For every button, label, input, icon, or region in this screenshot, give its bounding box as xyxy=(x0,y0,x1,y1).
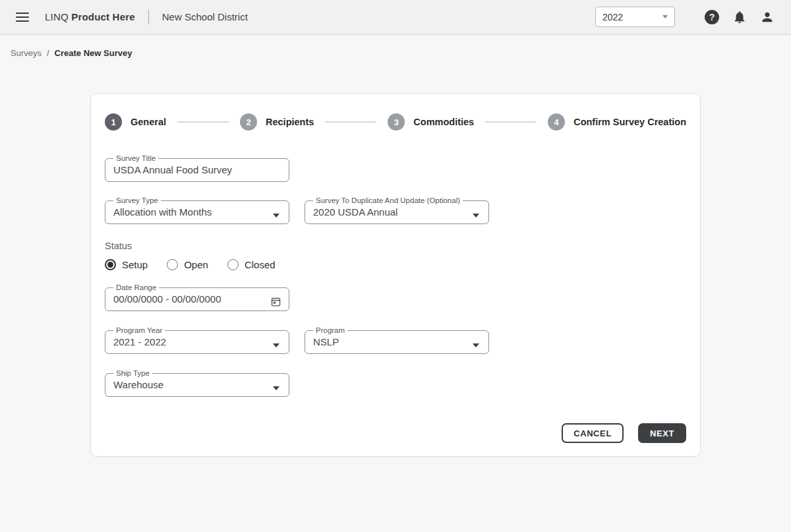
year-select[interactable]: 2022 xyxy=(595,7,675,27)
district-name: New School District xyxy=(162,11,248,22)
status-group: Status Setup Open Closed xyxy=(105,241,686,270)
survey-type-label: Survey Type xyxy=(113,196,161,204)
step-4-label: Confirm Survey Creation xyxy=(573,117,686,127)
program-value: NSLP xyxy=(313,334,481,350)
dropdown-caret-icon xyxy=(473,214,479,218)
survey-title-input[interactable] xyxy=(113,162,281,178)
dropdown-caret-icon xyxy=(473,343,479,347)
step-connector xyxy=(177,121,229,123)
date-range-field[interactable]: Date Range xyxy=(105,283,289,311)
step-commodities[interactable]: 3 Commodities xyxy=(388,113,474,131)
step-connector xyxy=(325,121,376,123)
account-icon[interactable] xyxy=(759,9,775,25)
step-4-circle: 4 xyxy=(548,113,565,131)
program-year-value: 2021 - 2022 xyxy=(113,334,281,350)
stepper: 1 General 2 Recipients 3 Commodities 4 C… xyxy=(105,113,686,131)
status-radio-row: Setup Open Closed xyxy=(105,259,686,270)
cancel-button[interactable]: CANCEL xyxy=(562,423,624,443)
step-confirm[interactable]: 4 Confirm Survey Creation xyxy=(548,113,686,131)
survey-duplicate-value: 2020 USDA Annual xyxy=(313,204,481,220)
survey-title-field[interactable]: Survey Title xyxy=(105,154,289,182)
dropdown-caret-icon xyxy=(273,386,279,390)
survey-type-select[interactable]: Survey Type Allocation with Months xyxy=(105,196,289,224)
radio-icon xyxy=(227,259,239,270)
radio-icon xyxy=(105,259,116,270)
program-label: Program xyxy=(313,326,347,334)
breadcrumb: Surveys / Create New Survey xyxy=(11,48,791,58)
chevron-down-icon xyxy=(662,15,668,18)
step-connector xyxy=(485,121,537,123)
step-1-label: General xyxy=(131,117,166,127)
program-select[interactable]: Program NSLP xyxy=(305,326,489,354)
program-year-label: Program Year xyxy=(113,326,165,334)
brand-prefix: LINQ xyxy=(45,11,69,22)
step-general[interactable]: 1 General xyxy=(105,113,166,131)
dropdown-caret-icon xyxy=(273,343,279,347)
ship-type-value: Warehouse xyxy=(113,377,281,393)
status-label: Status xyxy=(105,241,686,251)
step-3-circle: 3 xyxy=(388,113,405,131)
survey-duplicate-label: Survey To Duplicate And Update (Optional… xyxy=(313,196,463,204)
action-bar: CANCEL NEXT xyxy=(105,423,686,443)
help-icon[interactable]: ? xyxy=(704,9,720,25)
calendar-icon[interactable] xyxy=(270,296,281,310)
ship-type-label: Ship Type xyxy=(113,369,152,377)
step-1-circle: 1 xyxy=(105,113,122,131)
brand-product: Product Here xyxy=(71,11,135,22)
step-2-label: Recipients xyxy=(266,117,314,127)
breadcrumb-surveys[interactable]: Surveys xyxy=(11,48,42,58)
app-brand: LINQ Product Here xyxy=(45,11,135,22)
dropdown-caret-icon xyxy=(273,214,279,218)
menu-icon[interactable] xyxy=(16,13,29,22)
step-recipients[interactable]: 2 Recipients xyxy=(240,113,314,131)
survey-type-value: Allocation with Months xyxy=(113,204,281,220)
next-button[interactable]: NEXT xyxy=(638,423,686,443)
status-radio-setup[interactable]: Setup xyxy=(105,259,148,270)
status-radio-closed[interactable]: Closed xyxy=(227,259,276,270)
survey-title-label: Survey Title xyxy=(113,154,158,162)
breadcrumb-separator: / xyxy=(47,48,49,58)
step-3-label: Commodities xyxy=(413,117,474,127)
breadcrumb-current: Create New Survey xyxy=(55,48,132,58)
topbar-divider xyxy=(148,10,149,24)
year-select-value: 2022 xyxy=(602,12,623,22)
create-survey-card: 1 General 2 Recipients 3 Commodities 4 C… xyxy=(90,93,701,457)
program-year-select[interactable]: Program Year 2021 - 2022 xyxy=(105,326,289,354)
step-2-circle: 2 xyxy=(240,113,257,131)
ship-type-select[interactable]: Ship Type Warehouse xyxy=(105,369,289,397)
survey-duplicate-select[interactable]: Survey To Duplicate And Update (Optional… xyxy=(305,196,489,224)
date-range-label: Date Range xyxy=(113,283,159,291)
status-radio-open[interactable]: Open xyxy=(167,259,208,270)
top-bar: LINQ Product Here New School District 20… xyxy=(0,0,791,34)
radio-icon xyxy=(167,259,178,270)
date-range-input[interactable] xyxy=(113,291,281,307)
notifications-icon[interactable] xyxy=(732,9,747,25)
